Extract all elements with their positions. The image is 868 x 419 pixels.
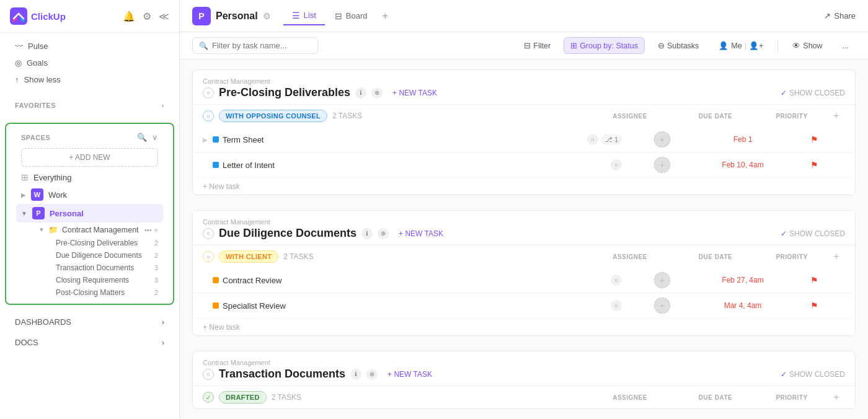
sidebar-item-everything[interactable]: ⊞ Everything [16, 169, 163, 185]
pre-closing-new-task-link[interactable]: + New task [203, 182, 240, 191]
sidebar-item-docs[interactable]: DOCS › [10, 334, 169, 351]
tab-board[interactable]: ⊟ Board [326, 7, 376, 25]
docs-section: DOCS › [0, 334, 179, 351]
sidebar-item-work[interactable]: ▶ W Work [16, 185, 163, 204]
search-spaces-icon[interactable]: 🔍 [137, 133, 147, 142]
term-sheet-meta-icon[interactable]: ○ [587, 134, 598, 145]
settings-icon[interactable]: ⚙ [143, 11, 151, 22]
list-item-closing-requirements[interactable]: Closing Requirements 3 [33, 274, 163, 286]
show-button[interactable]: 👁 Show [786, 38, 829, 54]
due-diligence-collapse-btn[interactable]: ○ [203, 228, 214, 239]
add-col-btn-3[interactable]: + [828, 392, 845, 403]
term-sheet-priority: ⚑ [783, 135, 845, 144]
status-group-client: ○ WITH CLIENT 2 TASKS ASSIGNEE DUE DATE … [193, 245, 855, 335]
list-item-post-closing[interactable]: Post-Closing Matters 2 [33, 286, 163, 299]
section-transaction-docs: Contract Management ○ Transaction Docume… [192, 351, 856, 409]
folder-add-icon[interactable]: + [154, 226, 158, 234]
search-box[interactable]: 🔍 [192, 37, 318, 54]
transaction-docs-settings-icon[interactable]: ⊕ [366, 369, 378, 380]
filter-button[interactable]: ⊟ Filter [517, 37, 557, 54]
sidebar-item-pulse[interactable]: 〰 Pulse [10, 38, 169, 55]
more-button[interactable]: ... [836, 38, 856, 54]
letter-meta-icon[interactable]: ○ [611, 159, 622, 170]
transaction-docs-info-icon[interactable]: ℹ [350, 369, 361, 380]
share-button[interactable]: ↗ Share [824, 11, 856, 20]
spaces-header: SPACES 🔍 ∨ [16, 129, 163, 146]
list-item-pre-closing[interactable]: Pre-Closing Deliverables 2 [33, 237, 163, 249]
add-view-button[interactable]: + [378, 8, 393, 24]
sidebar-item-show-less[interactable]: ↑ Show less [10, 71, 169, 88]
settings-dot-icon[interactable]: ⚙ [263, 11, 271, 21]
bell-icon[interactable]: 🔔 [123, 11, 135, 22]
subtask-icon: ⎇ [604, 136, 613, 144]
col-header-due-2: DUE DATE [675, 254, 756, 260]
pre-closing-show-closed-btn[interactable]: ✓ SHOW CLOSED [781, 89, 845, 97]
logo[interactable]: ClickUp [10, 7, 66, 25]
task-row-contract-review[interactable]: Contract Review ○ + Feb 27, 4am ⚑ [193, 268, 855, 293]
pre-closing-collapse-btn[interactable]: ○ [203, 87, 214, 99]
task-row-specialist-review[interactable]: Specialist Review ○ + Mar 4, 4am ⚑ [193, 293, 855, 319]
folder-more-icon[interactable]: ••• [144, 226, 152, 234]
term-sheet-meta: ○ ⎇ 1 [587, 134, 622, 145]
transaction-docs-show-closed-btn[interactable]: ✓ SHOW CLOSED [781, 370, 845, 379]
pre-closing-info-icon[interactable]: ℹ [355, 87, 366, 99]
sidebar-item-dashboards[interactable]: DASHBOARDS › [10, 314, 169, 330]
list-item-transaction-docs[interactable]: Transaction Documents 3 [33, 262, 163, 274]
section-pre-closing-header: Contract Management ○ Pre-Closing Delive… [193, 70, 855, 105]
search-input[interactable] [212, 41, 311, 50]
tab-list[interactable]: ☰ List [283, 7, 325, 25]
due-diligence-new-task-link[interactable]: + New task [203, 323, 240, 332]
list-item-due-diligence[interactable]: Due Diligence Documents 2 [33, 249, 163, 262]
specialist-review-avatar[interactable]: + [654, 298, 670, 314]
favorites-chevron-icon[interactable]: › [162, 102, 164, 109]
dashboards-section: DASHBOARDS › [0, 310, 179, 334]
section-due-diligence-label: Contract Management [203, 218, 845, 226]
group-by-button[interactable]: ⊞ Group by: Status [564, 37, 645, 54]
add-col-btn-2[interactable]: + [828, 251, 845, 262]
col-header-due-3: DUE DATE [675, 394, 756, 401]
opposing-counsel-badge[interactable]: WITH OPPOSING COUNSEL [219, 110, 327, 122]
contract-review-meta-icon[interactable]: ○ [611, 275, 622, 286]
sidebar-top-icons: 🔔 ⚙ ≪ [123, 11, 169, 22]
term-sheet-expand-icon[interactable]: ▶ [203, 136, 213, 143]
me-add-icon[interactable]: 👤+ [749, 41, 763, 50]
add-col-btn-1[interactable]: + [828, 110, 845, 121]
add-new-button[interactable]: + ADD NEW [21, 148, 158, 167]
collapse-sidebar-icon[interactable]: ≪ [159, 11, 169, 22]
spaces-chevron-icon[interactable]: ∨ [152, 133, 158, 142]
due-diligence-settings-icon[interactable]: ⊕ [378, 228, 389, 239]
drafted-collapse-btn[interactable]: ✓ [203, 392, 214, 403]
section-due-diligence-header: Contract Management ○ Due Diligence Docu… [193, 211, 855, 245]
drafted-badge[interactable]: DRAFTED [219, 391, 267, 404]
space-icon-big: P [192, 7, 211, 25]
toolbar-divider [777, 40, 778, 52]
subtasks-button[interactable]: ⊖ Subtasks [651, 37, 706, 54]
sidebar-item-goals[interactable]: ◎ Goals [10, 55, 169, 71]
letter-avatar[interactable]: + [654, 157, 670, 173]
me-button[interactable]: 👤 Me | 👤+ [712, 37, 770, 54]
sidebar-item-personal[interactable]: ▼ P Personal [16, 204, 163, 223]
with-client-collapse-btn[interactable]: ○ [203, 251, 214, 262]
transaction-docs-add-task-btn[interactable]: + NEW TASK [383, 369, 437, 380]
due-diligence-info-icon[interactable]: ℹ [361, 228, 373, 239]
check-icon-2: ✓ [781, 229, 787, 238]
task-row-letter-of-intent[interactable]: Letter of Intent ○ + Feb 10, 4am ⚑ [193, 152, 855, 178]
contract-review-avatar[interactable]: + [654, 272, 670, 288]
contract-review-priority: ⚑ [783, 275, 845, 285]
task-row-term-sheet[interactable]: ▶ Term Sheet ○ ⎇ 1 + Feb 1 [193, 127, 855, 152]
due-diligence-show-closed-btn[interactable]: ✓ SHOW CLOSED [781, 229, 845, 238]
contract-review-flag-icon: ⚑ [810, 275, 818, 285]
letter-due-date: Feb 10, 4am [702, 161, 783, 169]
term-sheet-avatar[interactable]: + [654, 131, 670, 148]
pre-closing-add-task-btn[interactable]: + NEW TASK [388, 87, 442, 99]
contract-management-folder[interactable]: ▼ 📁 Contract Management ••• + [33, 223, 163, 237]
person-icon: 👤 [719, 41, 728, 50]
opposing-counsel-collapse-btn[interactable]: ○ [203, 110, 214, 121]
arrow-up-icon: ↑ [15, 75, 19, 84]
due-diligence-add-task-btn[interactable]: + NEW TASK [394, 228, 448, 239]
transaction-docs-collapse-btn[interactable]: ○ [203, 369, 214, 380]
pre-closing-settings-icon[interactable]: ⊕ [371, 87, 383, 99]
sidebar: ClickUp 🔔 ⚙ ≪ 〰 Pulse ◎ Goals ↑ Show les… [0, 0, 180, 419]
with-client-badge[interactable]: WITH CLIENT [219, 250, 278, 263]
specialist-review-meta-icon[interactable]: ○ [611, 300, 622, 311]
